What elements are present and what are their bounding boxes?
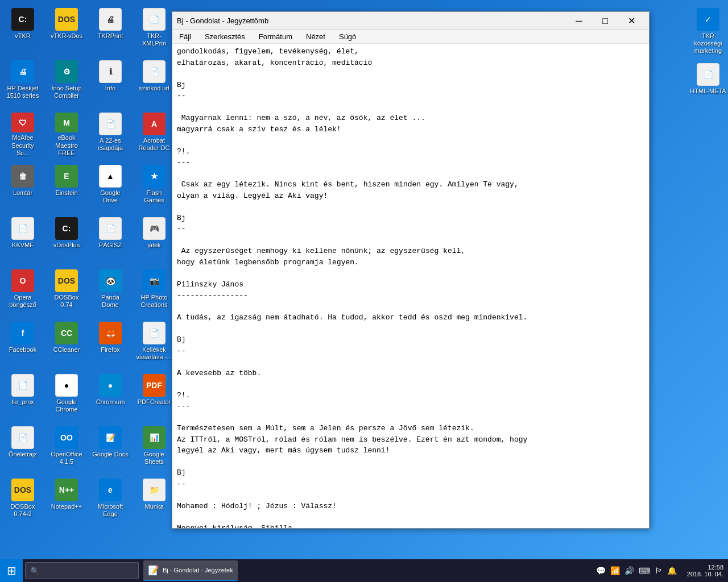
start-button[interactable]: ⊞ xyxy=(0,559,23,582)
icon-img-szinkod: 📄 xyxy=(143,60,166,83)
desktop-icon-ebook[interactable]: MeBook Maestro FREE xyxy=(46,109,87,160)
desktop-icon-google-chrome[interactable]: ●Google Chrome xyxy=(46,371,87,422)
tray-keyboard-icon[interactable]: ⌨ xyxy=(638,565,651,576)
desktop-icon-acrobat[interactable]: AAcrobat Reader DC xyxy=(134,109,175,160)
search-bar[interactable]: 🔍 xyxy=(25,562,139,579)
tray-chat-icon[interactable]: 💬 xyxy=(595,565,607,576)
desktop-icon-kellekek[interactable]: 📄Kellékek vásárlása -... xyxy=(134,318,175,369)
desktop-icon-munka[interactable]: 📁Munka xyxy=(134,475,175,526)
icon-label-vtKR: vTKR xyxy=(15,32,31,40)
tray-volume-icon[interactable]: 🔊 xyxy=(623,565,635,576)
desktop-icon-inno-setup[interactable]: ⚙Inno Setup Compiler xyxy=(46,57,87,108)
desktop-icon-onetrajz[interactable]: 📄Önéletrajz xyxy=(2,423,43,474)
icon-label-TKRPrint: TKRPrint xyxy=(98,32,123,40)
desktop-icon-vDosPlus[interactable]: C:vDosPlus xyxy=(46,214,87,265)
minimize-button[interactable]: ─ xyxy=(566,12,592,30)
icon-label-kellekek: Kellékek vásárlása -... xyxy=(136,346,172,361)
maximize-button[interactable]: □ xyxy=(592,12,618,30)
icon-label-vDosPlus: vDosPlus xyxy=(53,242,80,249)
desktop-icon-right-html-meta[interactable]: 📄HTML-META xyxy=(688,60,728,98)
tray-network-icon[interactable]: 📶 xyxy=(609,565,621,576)
desktop-icon-opera[interactable]: OOpera böngésző xyxy=(2,266,43,317)
desktop-icon-info[interactable]: ℹInfo xyxy=(90,57,131,108)
desktop-icon-KKVMF[interactable]: 📄KKVMF xyxy=(2,214,43,265)
desktop-icon-google-docs[interactable]: 📝Google Docs xyxy=(90,423,131,474)
icon-label-a22es: A 22-es csapdája xyxy=(92,137,129,152)
desktop-icon-TKR-XMLPrint[interactable]: 📄TKR-XMLPrin xyxy=(134,5,175,56)
menu-item-fájl[interactable]: Fájl xyxy=(175,31,196,42)
notepad-body xyxy=(172,44,649,528)
desktop-icon-a22es[interactable]: 📄A 22-es csapdája xyxy=(90,109,131,160)
icon-img-jatek: 🎮 xyxy=(143,217,166,240)
icon-label-right-html-meta: HTML-META xyxy=(690,88,726,95)
desktop-icon-dosbox074[interactable]: DOSDOSBox 0.74 xyxy=(46,266,87,317)
icon-label-google-drive: Google Drive xyxy=(92,189,129,204)
desktop-icon-TKRPrint[interactable]: 🖨TKRPrint xyxy=(90,5,131,56)
icon-label-google-docs: Google Docs xyxy=(92,451,129,458)
desktop-icon-hp-photo[interactable]: 📷HP Photo Creations xyxy=(134,266,175,317)
desktop-icon-ccleaner[interactable]: CCCCleaner xyxy=(46,318,87,369)
desktop-icon-google-drive[interactable]: ▲Google Drive xyxy=(90,161,131,213)
icon-label-ebook: eBook Maestro FREE xyxy=(48,134,85,157)
desktop-icon-jatek[interactable]: 🎮játék xyxy=(134,214,175,265)
icon-img-right-html-meta: 📄 xyxy=(697,63,719,86)
icon-label-info: Info xyxy=(105,85,115,92)
icon-img-munka: 📁 xyxy=(143,479,166,501)
desktop-icon-PAGISZ[interactable]: 📄PÁGISZ xyxy=(90,214,131,265)
desktop-icon-facebook[interactable]: fFacebook xyxy=(2,318,43,369)
notepad-textarea[interactable] xyxy=(172,44,649,528)
desktop-icon-HP-Deskjet[interactable]: 🖨HP Deskjet 1510 series xyxy=(2,57,43,108)
icon-img-vDosPlus: C: xyxy=(55,217,78,240)
icon-img-dosbox074: DOS xyxy=(55,269,78,292)
icon-label-KKVMF: KKVMF xyxy=(12,242,34,249)
desktop-icon-vtKR-vDos[interactable]: DOSvTKR-vDos xyxy=(46,5,87,56)
desktop-icon-vtKR[interactable]: C:vTKR xyxy=(2,5,43,56)
icon-img-info: ℹ xyxy=(99,60,122,83)
desktop-icon-chromium[interactable]: ●Chromium xyxy=(90,371,131,422)
desktop-icon-google-sheets[interactable]: 📊Google Sheets xyxy=(134,423,175,474)
icon-label-vtKR-vDos: vTKR-vDos xyxy=(51,32,82,40)
tray-flag-icon[interactable]: 🏳 xyxy=(653,565,664,576)
icon-img-lomtar: 🗑 xyxy=(11,165,34,188)
icon-label-facebook: Facebook xyxy=(9,346,36,354)
desktop-icon-mcafee[interactable]: 🛡McAfee Security Sc... xyxy=(2,109,43,160)
menu-item-szerkesztés[interactable]: Szerkesztés xyxy=(200,31,250,42)
icon-img-openoffice: OO xyxy=(55,426,78,449)
icon-img-right-tkr-kozossegi: ✓ xyxy=(697,8,719,31)
desktop-icon-firefox[interactable]: 🦊Firefox xyxy=(90,318,131,369)
desktop-icon-tkr-prnx[interactable]: 📄tkr_prnx xyxy=(2,371,43,422)
desktop-icon-right-tkr-kozossegi[interactable]: ✓TKR közösségi marketing xyxy=(688,5,728,59)
desktop-icon-msedge[interactable]: eMicrosoft Edge xyxy=(90,475,131,526)
tray-notification-icon[interactable]: 🔔 xyxy=(666,565,678,576)
icon-label-lomtar: Lomtár xyxy=(13,189,32,197)
icon-label-PAGISZ: PÁGISZ xyxy=(99,242,122,249)
icon-img-ebook: M xyxy=(55,113,78,132)
icon-img-notepadpp: N++ xyxy=(55,479,78,501)
icon-img-vtKR-vDos: DOS xyxy=(55,8,78,31)
icon-label-TKR-XMLPrint: TKR-XMLPrin xyxy=(136,32,172,47)
menu-item-súgó[interactable]: Súgó xyxy=(334,31,361,42)
desktop-icon-panda-dome[interactable]: 🐼Panda Dome xyxy=(90,266,131,317)
desktop-icon-einstein[interactable]: EEinstein xyxy=(46,161,87,213)
icon-img-ccleaner: CC xyxy=(55,322,78,344)
desktop-icon-notepadpp[interactable]: N++Notepad++ xyxy=(46,475,87,526)
close-button[interactable]: ✕ xyxy=(618,12,644,30)
window-titlebar: Bj - Gondolat - Jegyzettömb ─ □ ✕ xyxy=(172,12,649,30)
notepad-taskbar-label: Bj - Gondolat - Jegyzetek xyxy=(163,567,233,573)
icon-img-onetrajz: 📄 xyxy=(11,426,34,449)
desktop-icons-right: ✓TKR közösségi marketing📄HTML-META xyxy=(685,0,728,103)
desktop-icon-szinkod[interactable]: 📄színkód url xyxy=(134,57,175,108)
icon-img-dosbox2: DOS xyxy=(11,479,34,501)
desktop-icon-flash-games[interactable]: ★Flash Games xyxy=(134,161,175,213)
taskbar-notepad[interactable]: 📝 Bj - Gondolat - Jegyzetek xyxy=(143,560,238,581)
desktop-icon-dosbox2[interactable]: DOSDOSBox 0.74-2 xyxy=(2,475,43,526)
menu-item-formátum[interactable]: Formátum xyxy=(254,31,297,42)
menu-item-nézet[interactable]: Nézet xyxy=(301,31,330,42)
desktop-icon-lomtar[interactable]: 🗑Lomtár xyxy=(2,161,43,213)
desktop-icon-openoffice[interactable]: OOOpenOffice 4.1.5 xyxy=(46,423,87,474)
icon-img-KKVMF: 📄 xyxy=(11,217,34,240)
icon-label-inno-setup: Inno Setup Compiler xyxy=(48,85,85,99)
desktop-icon-pdfcreator[interactable]: PDFPDFCreator xyxy=(134,371,175,422)
icon-img-google-docs: 📝 xyxy=(99,426,122,449)
taskbar-clock[interactable]: 12:58 2018. 10. 04. xyxy=(682,564,728,577)
